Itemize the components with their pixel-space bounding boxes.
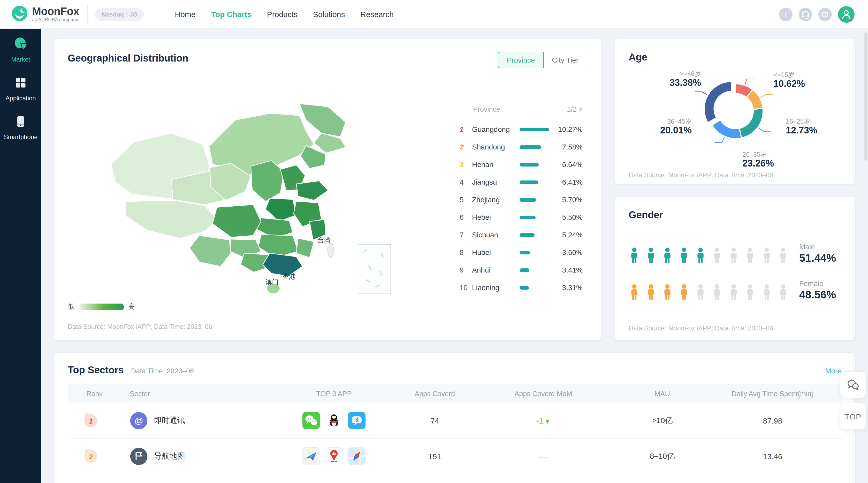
province-row[interactable]: 2Shandong7.58% [460, 138, 583, 156]
sectors-data-time: Data Time: 2023–06 [131, 367, 194, 375]
age-slice-3[interactable] [712, 120, 741, 139]
baidu-maps-app-icon[interactable]: du [325, 447, 343, 465]
region-fujian [296, 238, 314, 258]
sector-rank-cell: 1 [68, 414, 130, 427]
age-label-4: >=46岁33.38% [670, 70, 701, 88]
apps-covered-mom-cell: –– [466, 452, 621, 460]
brand-logo[interactable]: MoonFox an AURORA company [11, 5, 79, 24]
info-icon[interactable]: i [779, 7, 793, 21]
province-row[interactable]: 3Henan6.64% [460, 156, 583, 173]
province-list-pagination[interactable]: 1/2 > [567, 105, 583, 113]
flag-icon [130, 447, 148, 465]
apple-maps-app-icon[interactable] [348, 447, 366, 465]
headset-support-icon[interactable] [799, 7, 812, 21]
province-rank: 5 [460, 195, 472, 204]
maimai-app-icon[interactable]: 脉 [348, 412, 366, 429]
person-icon [711, 247, 723, 266]
province-name: Zhejiang [472, 195, 520, 204]
sector-table-row[interactable]: 2导航地图du151––8–10亿13.46 [68, 439, 842, 474]
province-name: Henan [472, 160, 520, 169]
province-bar-track [520, 215, 553, 219]
age-donut-chart[interactable]: <=15岁10.62%16–25岁12.73%26–35岁23.26%36–45… [615, 57, 856, 169]
age-range-label: <=15岁 [773, 71, 805, 79]
province-rank: 6 [460, 213, 472, 221]
down-triangle-icon: ▼ [545, 418, 550, 424]
legend-high-label: 高 [128, 302, 135, 311]
province-bar [520, 233, 534, 237]
legend-low-label: 低 [68, 302, 74, 311]
age-percent-label: 10.62% [773, 79, 805, 89]
province-row[interactable]: 4Jiangsu6.41% [460, 173, 583, 191]
wechat-contact-button[interactable] [840, 371, 866, 398]
province-row[interactable]: 5Zhejiang5.70% [460, 191, 583, 208]
person-icon [778, 247, 789, 266]
region-yunnan [189, 236, 231, 266]
sector-name: 即时通讯 [154, 416, 185, 425]
nav-item-products[interactable]: Products [267, 10, 298, 19]
male-label: Male [799, 243, 836, 251]
moonfox-logo-icon [11, 5, 28, 24]
province-row[interactable]: 8Hubei3.60% [460, 244, 583, 261]
sidebar-item-smartphone[interactable]: Smartphone [4, 115, 38, 141]
age-range-label: >=46岁 [670, 70, 701, 78]
province-row[interactable]: 7Sichuan5.24% [460, 226, 583, 244]
age-slice-2[interactable] [739, 108, 763, 138]
mau-cell: >10亿 [621, 416, 704, 425]
province-value: 5.70% [553, 195, 583, 204]
sidebar-item-market[interactable]: Market [11, 37, 30, 63]
age-label-line-2 [759, 128, 771, 131]
province-value: 3.31% [553, 283, 583, 292]
geo-data-source: Data Source: MoonFox iAPP; Data Time: 20… [68, 323, 212, 330]
province-value: 3.41% [553, 266, 583, 274]
nav-item-top-charts[interactable]: Top Charts [211, 10, 251, 19]
province-value: 7.58% [553, 143, 583, 151]
nav-item-solutions[interactable]: Solutions [313, 10, 345, 19]
sector-rank-cell: 2 [68, 450, 130, 462]
svg-text:du: du [332, 451, 336, 456]
pie-chart-icon [14, 37, 27, 52]
wechat-app-icon[interactable] [303, 412, 320, 429]
province-bar-track [520, 233, 553, 237]
nav-item-home[interactable]: Home [175, 10, 196, 19]
back-to-top-button[interactable]: TOP [840, 403, 866, 430]
province-rank: 9 [460, 266, 472, 274]
scrollbar-thumb[interactable] [864, 32, 867, 161]
person-icon [711, 284, 723, 303]
age-slice-4[interactable] [704, 82, 732, 123]
sidebar-item-application[interactable]: Application [5, 77, 36, 102]
gender-card: Gender Male 51.44% Female 48.56% Data So… [615, 197, 856, 341]
geo-card-title: Geographical Distribution [68, 53, 188, 64]
amap-app-icon[interactable] [303, 447, 320, 465]
province-rank: 2 [460, 143, 472, 151]
divider [87, 5, 88, 23]
province-bar [520, 198, 536, 202]
province-row[interactable]: 9Anhui3.41% [460, 261, 583, 279]
province-row[interactable]: 1Guangdong10.27% [460, 120, 583, 138]
next-page-arrow: > [579, 105, 583, 113]
language-icon[interactable] [818, 7, 832, 21]
sector-table-row[interactable]: 1@即时通讯脉74-1▼>10亿87.98 [68, 403, 842, 439]
province-bar [520, 215, 535, 219]
person-icon [761, 247, 772, 266]
user-avatar[interactable] [838, 6, 855, 23]
svg-text:@: @ [135, 416, 143, 425]
province-name: Sichuan [472, 231, 520, 239]
sectors-card-title: Top Sectors [68, 365, 124, 376]
toggle-province[interactable]: Province [498, 52, 544, 68]
toggle-city-tier[interactable]: City Tier [544, 52, 587, 68]
header-actions: i [779, 6, 855, 23]
region-tibet [125, 200, 217, 238]
more-link[interactable]: More [825, 367, 842, 375]
province-rank: 10 [460, 283, 472, 292]
nav-item-research[interactable]: Research [361, 10, 394, 19]
sector-name: 导航地图 [154, 451, 185, 461]
qq-app-icon[interactable] [325, 412, 343, 429]
top3-apps-cell: 脉 [264, 412, 404, 429]
province-row[interactable]: 6Hebei5.50% [460, 208, 583, 226]
province-value: 6.64% [553, 160, 583, 169]
province-list-rows: 1Guangdong10.27%2Shandong7.58%3Henan6.64… [460, 120, 583, 296]
person-icon [678, 247, 690, 266]
province-row[interactable]: 10Liaoning3.31% [460, 279, 583, 296]
china-choropleth-map[interactable]: 台湾 香港 澳门 [99, 89, 399, 310]
province-list-header: Province [473, 105, 500, 113]
